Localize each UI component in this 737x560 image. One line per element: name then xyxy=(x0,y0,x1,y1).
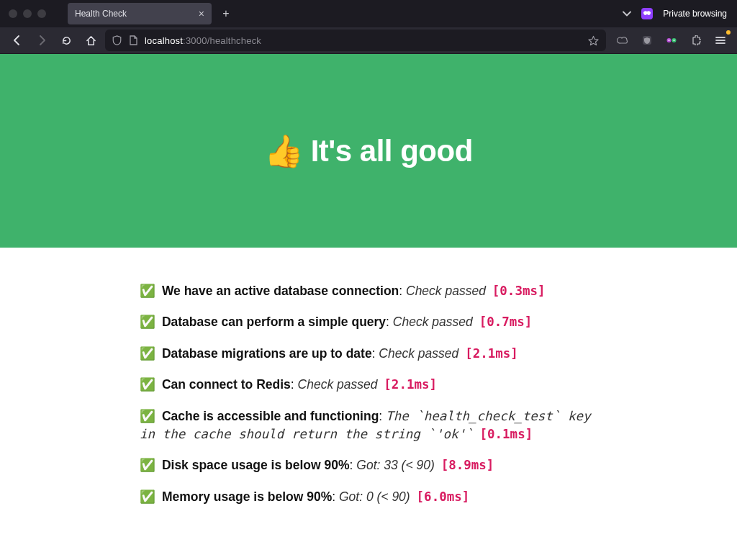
check-description: Check passed xyxy=(379,346,458,361)
page-icon xyxy=(129,35,137,45)
chevron-down-icon xyxy=(623,9,631,18)
check-title: Memory usage is below 90% xyxy=(162,489,332,504)
app-menu-button[interactable] xyxy=(711,31,730,50)
window-minimize-button[interactable] xyxy=(23,9,32,18)
check-item: ✅ Disk space usage is below 90%: Got: 33… xyxy=(140,456,597,474)
extension-icon-2[interactable] xyxy=(638,31,656,50)
check-item: ✅ Database can perform a simple query: C… xyxy=(140,313,597,331)
check-description: Got: 0 (< 90) xyxy=(339,489,410,504)
new-tab-button[interactable]: + xyxy=(216,4,236,24)
hero-banner: 👍 It's all good xyxy=(0,54,737,248)
check-title: Disk space usage is below 90% xyxy=(162,458,350,472)
url-path: :3000/healthcheck xyxy=(183,35,261,46)
check-item: ✅ We have an active database connection:… xyxy=(140,282,597,300)
check-description: Check passed xyxy=(393,315,473,329)
home-icon xyxy=(86,35,96,46)
check-separator: : xyxy=(386,315,393,329)
reload-button[interactable] xyxy=(56,30,76,50)
extensions-button[interactable] xyxy=(687,31,705,50)
check-description: Got: 33 (< 90) xyxy=(356,458,434,472)
check-pass-icon: ✅ xyxy=(140,346,155,361)
window-zoom-button[interactable] xyxy=(37,9,46,18)
titlebar-right: Private browsing xyxy=(623,8,731,19)
shield-icon xyxy=(112,35,122,45)
check-title: Database migrations are up to date xyxy=(162,346,372,361)
check-timing: [8.9ms] xyxy=(441,458,494,472)
svg-point-4 xyxy=(674,40,675,41)
bookmark-button[interactable] xyxy=(588,35,599,46)
titlebar: Health Check × + Private browsing xyxy=(0,0,737,27)
tab-close-icon[interactable]: × xyxy=(199,9,204,19)
check-timing: [2.1ms] xyxy=(384,377,437,392)
puzzle-icon xyxy=(691,35,701,45)
check-timing: [0.1ms] xyxy=(479,427,533,441)
check-title: Cache is accessible and functioning xyxy=(162,409,379,423)
check-timing: [2.1ms] xyxy=(465,346,518,361)
thumbs-up-icon: 👍 xyxy=(264,132,304,170)
tab-title: Health Check xyxy=(75,9,193,19)
check-item: ✅ Can connect to Redis: Check passed [2.… xyxy=(140,376,597,394)
back-button[interactable] xyxy=(7,30,27,50)
tab-health-check[interactable]: Health Check × xyxy=(68,3,212,24)
check-timing: [0.7ms] xyxy=(479,315,533,329)
private-mask-icon xyxy=(641,8,653,19)
checks-list: ✅ We have an active database connection:… xyxy=(131,282,606,506)
hero-text: It's all good xyxy=(311,134,473,168)
svg-point-3 xyxy=(669,40,670,41)
check-separator: : xyxy=(399,284,406,298)
home-button[interactable] xyxy=(81,30,101,50)
tabs-overflow-button[interactable] xyxy=(623,9,631,18)
url-host: localhost xyxy=(145,35,183,46)
tracking-protection-icon[interactable] xyxy=(112,35,122,45)
check-pass-icon: ✅ xyxy=(140,489,155,504)
check-separator: : xyxy=(379,409,386,423)
eyes-icon xyxy=(666,36,677,45)
check-title: Database can perform a simple query xyxy=(162,315,386,329)
window-controls xyxy=(6,9,50,18)
check-separator: : xyxy=(372,346,379,361)
reload-icon xyxy=(61,35,72,46)
private-browsing-label: Private browsing xyxy=(663,9,727,19)
star-icon xyxy=(588,35,599,46)
check-title: We have an active database connection xyxy=(162,284,399,298)
toolbar: localhost:3000/healthcheck xyxy=(0,27,737,54)
check-separator: : xyxy=(350,458,357,472)
check-separator: : xyxy=(291,377,298,392)
url-text: localhost:3000/healthcheck xyxy=(145,35,581,46)
check-pass-icon: ✅ xyxy=(140,409,155,423)
check-timing: [0.3ms] xyxy=(492,284,546,298)
page-title: 👍 It's all good xyxy=(264,132,473,170)
site-identity-icon[interactable] xyxy=(129,35,137,45)
check-title: Can connect to Redis xyxy=(162,377,291,392)
check-description: Check passed xyxy=(406,284,486,298)
shield-badge-icon xyxy=(642,35,652,45)
extension-icon-1[interactable] xyxy=(613,31,632,50)
page-viewport: 👍 It's all good ✅ We have an active data… xyxy=(0,54,737,560)
tab-bar: Health Check × + xyxy=(68,3,618,24)
arrow-left-icon xyxy=(12,35,23,46)
check-pass-icon: ✅ xyxy=(140,284,155,298)
check-timing: [6.0ms] xyxy=(417,489,470,504)
url-bar[interactable]: localhost:3000/healthcheck xyxy=(105,30,606,51)
hamburger-icon xyxy=(715,36,725,45)
arrow-right-icon xyxy=(36,35,48,46)
check-pass-icon: ✅ xyxy=(140,458,155,472)
check-item: ✅ Memory usage is below 90%: Got: 0 (< 9… xyxy=(140,488,597,506)
check-item: ✅ Database migrations are up to date: Ch… xyxy=(140,345,597,363)
check-description: Check passed xyxy=(298,377,378,392)
toolbar-right-icons xyxy=(610,31,730,50)
check-pass-icon: ✅ xyxy=(140,315,155,329)
forward-button[interactable] xyxy=(32,30,52,50)
check-item: ✅ Cache is accessible and functioning: T… xyxy=(140,407,597,444)
cloud-icon xyxy=(617,35,628,45)
notification-dot-icon xyxy=(726,30,731,35)
check-pass-icon: ✅ xyxy=(140,377,155,392)
window-close-button[interactable] xyxy=(9,9,17,18)
check-separator: : xyxy=(332,489,339,504)
extension-icon-3[interactable] xyxy=(662,31,681,50)
